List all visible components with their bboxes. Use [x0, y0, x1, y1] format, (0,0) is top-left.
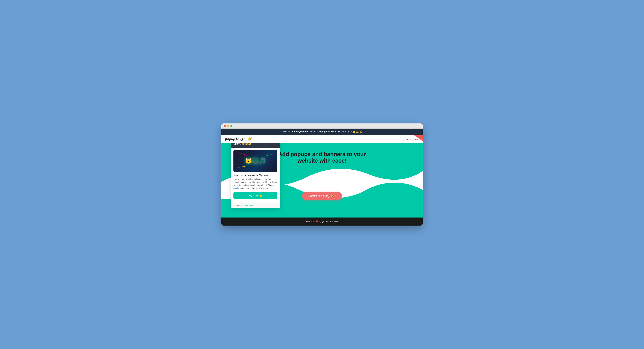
popup-greeting: Hope you having a great Tuesday!	[234, 174, 278, 176]
announcement-text-middle: ! becaouse	[308, 130, 319, 133]
laser-1	[235, 151, 247, 156]
browser-chrome	[222, 123, 422, 129]
maximize-button[interactable]	[230, 125, 232, 127]
announcement-text-before: wellcome to	[282, 130, 294, 133]
browser-window: wellcome to popupio.com! becaouse popupi…	[222, 123, 422, 226]
nav-link-docs[interactable]: docs	[414, 138, 419, 140]
site-logo: popupio.js 😸	[225, 137, 252, 141]
footer-text-before: Built With	[306, 220, 316, 223]
navbar: popupio.js 😸 npm docs	[222, 135, 422, 143]
announcement-bar: wellcome to popupio.com! becaouse popupi…	[222, 129, 422, 135]
popup-footer: Powered by popupio.com	[231, 203, 280, 208]
nav-links: npm docs	[406, 138, 419, 140]
popup-cta-button[interactable]: Try it out 👍	[234, 192, 278, 199]
announcement-text-after: owner wants too much 💰 💰 💰	[330, 130, 362, 133]
close-button[interactable]	[224, 125, 226, 127]
popup-card: Sup?? 👋👋👋 Hope you having a great Tuesda…	[231, 143, 280, 208]
laser-3	[236, 166, 247, 168]
cta-button[interactable]: Show me a funny 🤩 !	[302, 192, 342, 200]
footer-text-after: by @obiwankenoobi	[319, 220, 338, 223]
minimize-button[interactable]	[227, 125, 229, 127]
popup-image	[234, 150, 278, 172]
brand-popupio-io: popupio.io	[319, 130, 330, 133]
popup-body-text: I bet you cant wait to spoil your visito…	[234, 178, 278, 190]
nav-link-npm[interactable]: npm	[406, 138, 411, 140]
heart-icon: ❤️	[316, 220, 318, 223]
popup-footer-powered: Powered by	[234, 205, 243, 206]
hero-title: Add popups and banners to your website w…	[268, 151, 376, 164]
popup-footer-link[interactable]: popupio.com	[243, 205, 253, 206]
dj-cat-visual	[234, 150, 278, 172]
popup-body: Hope you having a great Tuesday! I bet y…	[231, 148, 280, 203]
brand-popupio-com: popupio.com	[294, 130, 308, 133]
hero-section: Add popups and banners to your website w…	[222, 143, 422, 218]
github-link[interactable]: github	[236, 187, 242, 189]
site-footer: Built With ❤️ by @obiwankenoobi	[222, 218, 422, 226]
popup-header: Sup?? 👋👋👋	[231, 143, 280, 148]
laser-2	[265, 153, 274, 156]
